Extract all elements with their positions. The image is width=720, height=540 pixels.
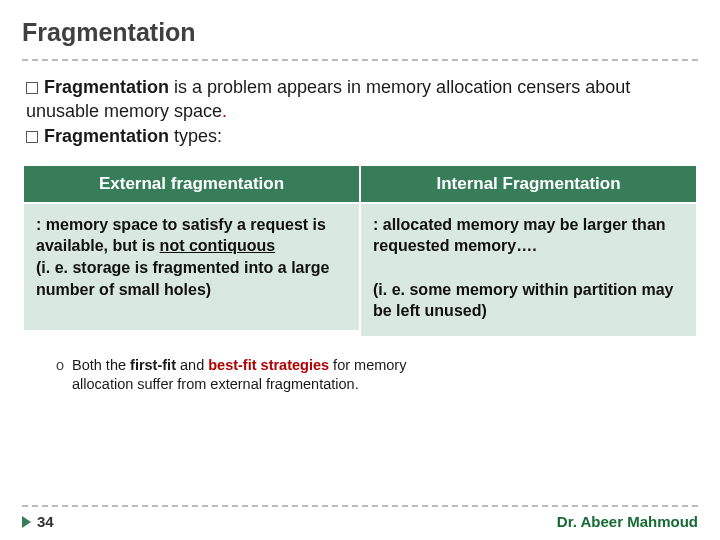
slide-title: Fragmentation: [22, 18, 698, 47]
footer: 34 Dr. Abeer Mahmoud: [0, 505, 720, 540]
cell-text: (i. e. some memory within partition may …: [373, 281, 674, 320]
bullet-list: Fragmentation is a problem appears in me…: [22, 75, 698, 158]
table-cell-left: : memory space to satisfy a request is a…: [23, 203, 360, 331]
table-col-right: Internal Fragmentation : allocated memor…: [360, 165, 697, 337]
bullet-item: Fragmentation is a problem appears in me…: [26, 75, 694, 124]
sub-strong: first-fit: [130, 357, 176, 373]
divider-bottom: [22, 505, 698, 507]
author-name: Dr. Abeer Mahmoud: [557, 513, 698, 530]
table-cell-right: : allocated memory may be larger than re…: [360, 203, 697, 337]
footer-row: 34 Dr. Abeer Mahmoud: [22, 513, 698, 530]
square-bullet-icon: [26, 82, 38, 94]
sub-text: and: [176, 357, 208, 373]
bullet-period: .: [222, 101, 227, 121]
comparison-table: External fragmentation : memory space to…: [22, 164, 698, 338]
bullet-item: Fragmentation types:: [26, 124, 694, 148]
sub-red: best-fit strategies: [208, 357, 329, 373]
triangle-icon: [22, 516, 31, 528]
cell-text: : allocated memory may be larger than re…: [373, 216, 666, 255]
cell-underline: not contiquous: [160, 237, 276, 254]
circle-bullet-icon: o: [56, 356, 64, 376]
sub-bullet: o Both the first-fit and best-fit strate…: [56, 356, 416, 395]
divider-top: [22, 59, 698, 61]
bullet-text: types:: [169, 126, 222, 146]
table-header-right: Internal Fragmentation: [360, 165, 697, 203]
bullet-strong: Fragmentation: [44, 126, 169, 146]
page-number: 34: [37, 513, 54, 530]
table-header-left: External fragmentation: [23, 165, 360, 203]
bullet-strong: Fragmentation: [44, 77, 169, 97]
page-indicator: 34: [22, 513, 54, 530]
square-bullet-icon: [26, 131, 38, 143]
sub-text: Both the: [72, 357, 130, 373]
cell-text: (i. e. storage is fragmented into a larg…: [36, 259, 329, 298]
slide-body: Fragmentation Fragmentation is a problem…: [0, 0, 720, 395]
table-col-left: External fragmentation : memory space to…: [23, 165, 360, 337]
